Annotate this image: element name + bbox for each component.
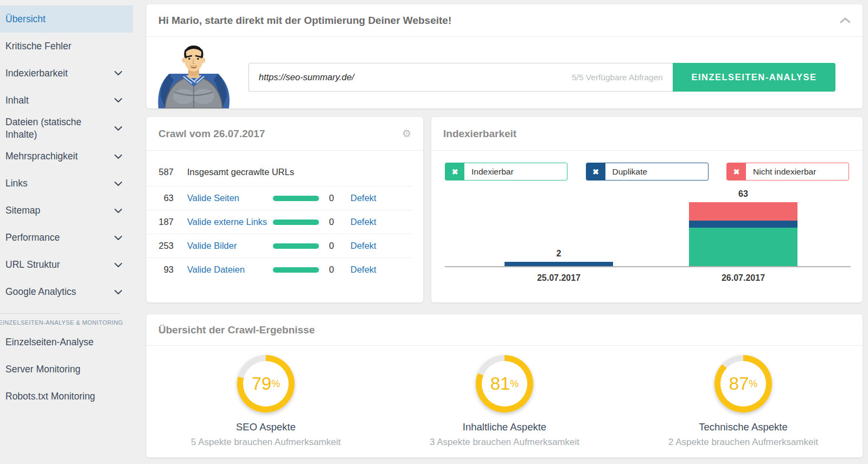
valide-dateien-link[interactable]: Valide Dateien	[187, 265, 273, 275]
valide-externe-links-link[interactable]: Valide externe Links	[187, 217, 273, 227]
table-row: 253 Valide Bilder 0 Defekt	[146, 234, 412, 257]
defekt-link[interactable]: Defekt	[350, 241, 376, 251]
sidebar-item-einzelseiten-analyse[interactable]: Einzelseiten-Analyse	[0, 329, 133, 356]
sidebar-item-dateien[interactable]: Dateien (statische Inhalte)	[0, 114, 133, 143]
sidebar-item-label: Inhalt	[5, 94, 29, 107]
sidebar-item-uebersicht[interactable]: Übersicht	[0, 5, 133, 33]
progress-bar	[273, 243, 319, 249]
bar-segment	[689, 228, 797, 266]
chevron-down-icon	[114, 98, 122, 102]
chevron-down-icon	[114, 182, 122, 186]
sidebar-divider	[0, 313, 119, 314]
gauge-label: Inhaltliche Aspekte	[463, 421, 546, 433]
defect-count: 0	[319, 265, 344, 275]
x-axis-tick-label: 26.07.2017	[689, 273, 797, 283]
defekt-link[interactable]: Defekt	[350, 265, 376, 275]
sidebar-item-label: URL Struktur	[5, 259, 60, 271]
gauge-subtitle: 5 Aspekte brauchen Aufmerksamkeit	[191, 437, 341, 448]
gear-icon[interactable]: ⚙	[402, 127, 411, 140]
sidebar-item-robots-monitoring[interactable]: Robots.txt Monitoring	[0, 383, 133, 410]
percent-sign: %	[510, 378, 519, 390]
sidebar-item-performance[interactable]: Performance	[0, 224, 133, 252]
url-input[interactable]	[259, 72, 564, 82]
sidebar-item-label: Server Monitoring	[5, 363, 80, 376]
sidebar-item-label: Performance	[5, 231, 60, 244]
quota-hint: 5/5 Verfügbare Abfragen	[564, 73, 663, 82]
greeting-panel: Hi Mario, starte direkt mit der Optimier…	[146, 4, 863, 108]
x-axis-tick-label: 25.07.2017	[505, 273, 613, 283]
chevron-down-icon	[114, 236, 122, 240]
gauge-subtitle: 3 Aspekte brauchen Aufmerksamkeit	[430, 437, 579, 448]
x-icon: ✖	[727, 163, 746, 180]
einzelseiten-analyse-button[interactable]: EINZELSEITEN-ANALYSE	[673, 63, 835, 92]
results-card-header: Übersicht der Crawl-Ergebnisse	[146, 314, 863, 346]
progress-bar	[273, 196, 319, 201]
defekt-link[interactable]: Defekt	[350, 217, 376, 227]
bar-segment	[689, 202, 797, 221]
legend-label: Duplikate	[605, 163, 648, 180]
sidebar-item-mehrsprachigkeit[interactable]: Mehrsprachigkeit	[0, 143, 133, 170]
legend-chip-indexierbar[interactable]: ✖ Indexierbar	[445, 163, 567, 181]
crawl-card-title: Crawl vom 26.07.2017	[158, 128, 265, 140]
gauge-seo-aspekte: 79 % SEO Aspekte 5 Aspekte brauchen Aufm…	[146, 355, 385, 448]
sidebar-item-label: Dateien (statische Inhalte)	[5, 116, 92, 141]
chevron-down-icon	[114, 126, 122, 131]
gauge-inhaltliche-aspekte: 81 % Inhaltliche Aspekte 3 Aspekte brauc…	[385, 355, 624, 448]
defekt-link[interactable]: Defekt	[350, 193, 376, 203]
sidebar-item-server-monitoring[interactable]: Server Monitoring	[0, 356, 133, 383]
sidebar-item-label: Einzelseiten-Analyse	[5, 336, 93, 349]
sidebar-item-google-analytics[interactable]: Google Analytics	[0, 279, 133, 306]
analyze-input-group: 5/5 Verfügbare Abfragen EINZELSEITEN-ANA…	[248, 63, 835, 92]
chevron-down-icon	[114, 263, 122, 267]
crawl-results-card: Übersicht der Crawl-Ergebnisse 79 % SEO …	[146, 314, 863, 457]
chevron-down-icon	[114, 154, 122, 159]
indexability-card-header: Indexierbarkeit	[431, 117, 863, 151]
valide-bilder-link[interactable]: Valide Bilder	[187, 241, 273, 251]
chevron-down-icon	[114, 71, 122, 75]
bar-segment	[505, 262, 613, 266]
chevron-up-icon[interactable]	[840, 17, 851, 23]
row-count: 63	[146, 193, 174, 203]
chart-legend: ✖ Indexierbar ✖ Duplikate ✖ Nicht indexi…	[431, 151, 863, 181]
crawl-summary-card: Crawl vom 26.07.2017 ⚙ 587 Insgesamt gec…	[146, 117, 423, 302]
sidebar-item-links[interactable]: Links	[0, 170, 133, 197]
greeting-title: Hi Mario, starte direkt mit der Optimier…	[158, 15, 451, 27]
legend-chip-duplikate[interactable]: ✖ Duplikate	[586, 163, 709, 181]
bar-2017-07-25: 2	[505, 262, 613, 266]
sidebar-item-inhalt[interactable]: Inhalt	[0, 87, 133, 114]
progress-bar	[273, 267, 319, 273]
legend-label: Indexierbar	[464, 163, 514, 180]
legend-chip-nicht-indexierbar[interactable]: ✖ Nicht indexierbar	[726, 163, 849, 181]
defect-count: 0	[319, 193, 344, 203]
sidebar-section-label: EINZELSEITEN-ANALYSE & MONITORING	[0, 319, 133, 326]
valide-seiten-link[interactable]: Valide Seiten	[187, 193, 273, 203]
defect-count: 0	[319, 241, 344, 251]
gauge-label: Technische Aspekte	[699, 421, 788, 433]
gauge-label: SEO Aspekte	[236, 421, 296, 433]
row-count: 187	[146, 217, 174, 227]
sidebar-item-label: Sitemap	[5, 204, 40, 217]
percent-sign: %	[271, 378, 280, 390]
bar-value-label: 63	[689, 189, 797, 199]
x-icon: ✖	[445, 163, 464, 180]
sidebar-item-indexierbarkeit[interactable]: Indexierbarkeit	[0, 60, 133, 87]
gauge-technische-aspekte: 87 % Technische Aspekte 2 Aspekte brauch…	[624, 355, 863, 448]
percent-sign: %	[749, 378, 757, 390]
sidebar-item-label: Kritische Fehler	[5, 40, 72, 53]
crawl-card-header: Crawl vom 26.07.2017 ⚙	[146, 117, 423, 151]
gauge-subtitle: 2 Aspekte brauchen Aufmerksamkeit	[668, 437, 818, 448]
x-icon: ✖	[586, 163, 605, 180]
indexability-chart: ✖ Indexierbar ✖ Duplikate ✖ Nicht indexi…	[431, 151, 863, 302]
gauge-percent: 79	[252, 373, 272, 394]
donut-chart: 81 %	[476, 355, 533, 413]
sidebar-item-label: Mehrsprachigkeit	[5, 150, 78, 163]
crawl-total-count: 587	[146, 167, 174, 177]
sidebar-item-kritische-fehler[interactable]: Kritische Fehler	[0, 33, 133, 60]
sidebar-item-url-struktur[interactable]: URL Struktur	[0, 252, 133, 279]
sidebar-item-sitemap[interactable]: Sitemap	[0, 197, 133, 224]
results-card-title: Übersicht der Crawl-Ergebnisse	[158, 324, 315, 336]
sidebar: Übersicht Kritische Fehler Indexierbarke…	[0, 0, 133, 464]
sidebar-item-label: Robots.txt Monitoring	[5, 390, 95, 403]
gauge-percent: 81	[490, 373, 510, 394]
gauge-percent: 87	[729, 373, 749, 394]
